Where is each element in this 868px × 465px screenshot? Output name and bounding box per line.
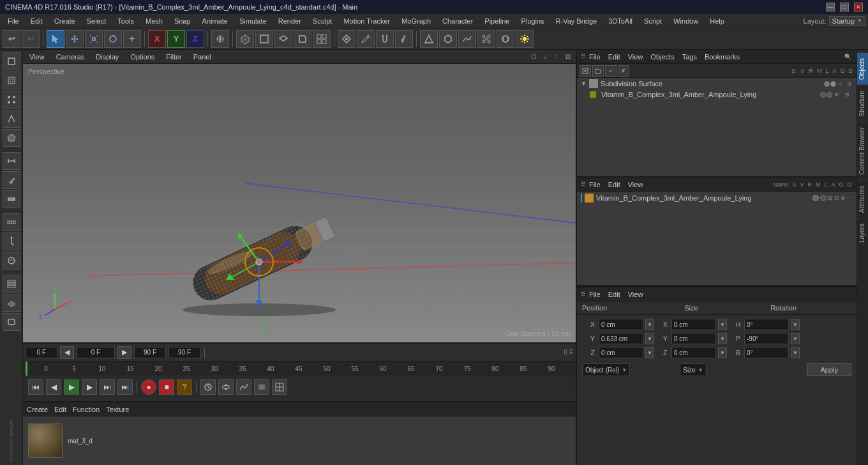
- view-perspective-button[interactable]: [236, 30, 254, 48]
- timeline-ruler[interactable]: 0 5 10 15 20 25 30 35 40 45 50 55 60 65 …: [23, 362, 576, 376]
- material-texture-menu[interactable]: Texture: [106, 406, 129, 413]
- world-coord-button[interactable]: [211, 30, 229, 48]
- props-view-tab[interactable]: View: [628, 291, 643, 298]
- record-stop-button[interactable]: ■: [159, 379, 174, 395]
- menu-rvay-bridge[interactable]: R-Vay Bridge: [551, 16, 602, 26]
- props-size-z-input[interactable]: [671, 347, 716, 358]
- props-size-y-input[interactable]: [671, 333, 716, 344]
- timeline-start-input[interactable]: [26, 347, 57, 358]
- viewport-lock-icon[interactable]: ⬡: [528, 52, 539, 62]
- curves-button[interactable]: [236, 379, 251, 395]
- timeline-prev-frame-button[interactable]: ◀: [60, 346, 74, 359]
- menu-file[interactable]: File: [3, 16, 24, 26]
- tree-item-vitamin[interactable]: Vitamin_B_Complex_3ml_Amber_Ampoule_Lyin…: [577, 89, 857, 100]
- hexagon-tool-button[interactable]: [439, 30, 457, 48]
- search-icon[interactable]: 🔍: [842, 52, 853, 62]
- timeline-next-frame-button[interactable]: ▶: [117, 346, 131, 359]
- vtab-objects[interactable]: Objects: [857, 52, 868, 85]
- polygon-mode-button[interactable]: [3, 129, 20, 147]
- apply-button[interactable]: Apply: [807, 363, 851, 376]
- timeline-fps-input[interactable]: [168, 347, 200, 358]
- props-rot-h-input[interactable]: [744, 319, 789, 330]
- panel-menu[interactable]: Panel: [190, 52, 215, 62]
- menu-tools[interactable]: Tools: [112, 16, 139, 26]
- layers-button[interactable]: [3, 275, 20, 293]
- objects-folder-btn[interactable]: [592, 65, 604, 77]
- menu-mesh[interactable]: Mesh: [140, 16, 168, 26]
- menu-select[interactable]: Select: [82, 16, 112, 26]
- texture-mode-button[interactable]: [3, 72, 20, 89]
- props-size-y-arrow[interactable]: ▼: [718, 333, 727, 344]
- point-mode-button[interactable]: [3, 91, 20, 109]
- objects-check-btn[interactable]: ✓: [605, 65, 617, 77]
- objects-new-btn[interactable]: [580, 65, 591, 77]
- attr-file-tab[interactable]: File: [589, 181, 601, 188]
- select-tool-button[interactable]: [47, 30, 64, 48]
- hook-button[interactable]: [3, 232, 20, 250]
- play-button[interactable]: ▶: [64, 379, 79, 395]
- pen-tool-button[interactable]: [357, 30, 375, 48]
- tree-item-subdivision-surface[interactable]: ▼ Subdivision Surface ✓ ⚙: [577, 78, 857, 89]
- y-axis-button[interactable]: Y: [167, 30, 185, 48]
- scale-tool-button[interactable]: [85, 30, 103, 48]
- record-start-button[interactable]: ⏭: [117, 379, 133, 395]
- options-menu[interactable]: Options: [126, 52, 158, 62]
- filter-menu[interactable]: Filter: [162, 52, 185, 62]
- deform-button[interactable]: [3, 313, 20, 331]
- go-to-end-button[interactable]: ⏭: [100, 379, 115, 395]
- vtab-layers[interactable]: Layers: [857, 218, 868, 248]
- maximize-button[interactable]: □: [840, 3, 849, 11]
- motion-system-button[interactable]: [272, 379, 287, 395]
- props-pos-z-input[interactable]: [599, 347, 643, 358]
- floor-button[interactable]: [3, 294, 20, 312]
- record-button[interactable]: ●: [141, 379, 156, 395]
- close-button[interactable]: ✕: [854, 3, 863, 11]
- props-pos-x-arrow[interactable]: ▼: [645, 319, 654, 330]
- vtab-content-browser[interactable]: Content Browser: [857, 121, 868, 179]
- layout-dropdown[interactable]: Startup ▼: [829, 16, 865, 26]
- spline-tool-button[interactable]: [458, 30, 476, 48]
- objects-objects-tab[interactable]: Objects: [650, 53, 674, 61]
- objects-tags-tab[interactable]: Tags: [682, 53, 697, 61]
- prev-key-button[interactable]: ◀: [46, 379, 61, 395]
- menu-sculpt[interactable]: Sculpt: [308, 16, 338, 26]
- z-axis-button[interactable]: Z: [186, 30, 204, 48]
- view-right-button[interactable]: [294, 30, 311, 48]
- menu-simulate[interactable]: Simulate: [234, 16, 272, 26]
- snap-button[interactable]: [338, 30, 355, 48]
- paint-button[interactable]: [3, 252, 20, 270]
- objects-x-btn[interactable]: ✗: [618, 65, 629, 77]
- props-rot-p-input[interactable]: [744, 333, 789, 344]
- menu-snap[interactable]: Snap: [169, 16, 196, 26]
- props-pos-x-input[interactable]: [599, 319, 643, 330]
- menu-3dtoall[interactable]: 3DToAll: [603, 16, 638, 26]
- menu-character[interactable]: Character: [437, 16, 478, 26]
- props-rot-b-input[interactable]: [744, 347, 789, 358]
- rotate-tool-button[interactable]: [104, 30, 122, 48]
- menu-create[interactable]: Create: [49, 16, 80, 26]
- array-tool-button[interactable]: [477, 30, 495, 48]
- menu-script[interactable]: Script: [639, 16, 667, 26]
- move-left-button[interactable]: [3, 152, 20, 170]
- props-rot-h-arrow[interactable]: ▼: [791, 319, 800, 330]
- props-file-tab[interactable]: File: [589, 291, 601, 298]
- material-edit-menu[interactable]: Edit: [54, 406, 66, 413]
- display-menu[interactable]: Display: [92, 52, 123, 62]
- attr-edit-tab[interactable]: Edit: [608, 181, 620, 188]
- minimize-button[interactable]: —: [826, 3, 835, 11]
- objects-file-tab[interactable]: File: [589, 53, 601, 61]
- props-rot-b-arrow[interactable]: ▼: [791, 347, 800, 358]
- menu-plugins[interactable]: Plugins: [516, 16, 549, 26]
- record-help-button[interactable]: ?: [177, 379, 192, 395]
- view-4-button[interactable]: [313, 30, 331, 48]
- view-menu[interactable]: View: [26, 52, 49, 62]
- autokey-button[interactable]: [200, 379, 216, 395]
- key-selection-button[interactable]: [218, 379, 234, 395]
- menu-render[interactable]: Render: [273, 16, 306, 26]
- dope-sheet-button[interactable]: [254, 379, 269, 395]
- knife-left-button[interactable]: [3, 171, 20, 189]
- menu-animate[interactable]: Animate: [197, 16, 233, 26]
- vtab-attributes[interactable]: Attributes: [857, 180, 868, 218]
- x-axis-button[interactable]: X: [148, 30, 166, 48]
- viewport-up-icon[interactable]: ↑: [551, 52, 562, 62]
